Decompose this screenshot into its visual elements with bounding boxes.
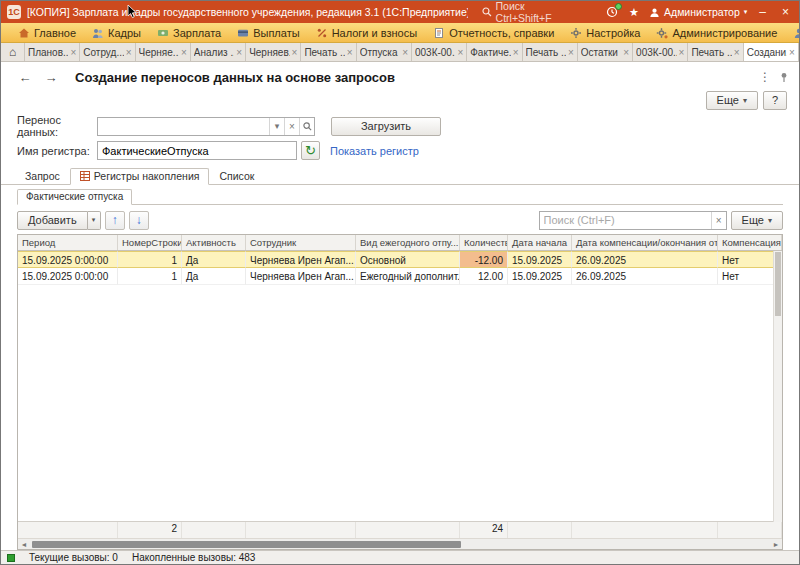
menu-item-payments[interactable]: Выплаты: [230, 23, 306, 42]
cell-period[interactable]: 15.09.2025 0:00:00: [18, 268, 118, 285]
refresh-button[interactable]: ↻: [301, 141, 320, 160]
minimize-button[interactable]: –: [755, 5, 770, 19]
menu-item-hr[interactable]: Кадры: [85, 23, 148, 42]
menu-item-reports[interactable]: Отчетность, справки: [426, 23, 561, 42]
tab-home[interactable]: ⌂: [1, 43, 25, 61]
cell-active[interactable]: Да: [182, 268, 246, 285]
col-compensation[interactable]: Компенсация: [718, 235, 782, 250]
show-register-link[interactable]: Показать регистр: [330, 145, 419, 157]
menu-item-taxes[interactable]: Налоги и взносы: [309, 23, 425, 42]
tab-003k-1[interactable]: 003К-00...×: [412, 43, 467, 61]
open-search-icon[interactable]: [299, 118, 314, 135]
close-icon[interactable]: ×: [623, 47, 629, 58]
close-icon[interactable]: ×: [734, 47, 740, 58]
col-employee[interactable]: Сотрудник: [246, 235, 356, 250]
tab-list[interactable]: Список: [209, 168, 264, 184]
close-icon[interactable]: ×: [568, 47, 574, 58]
close-icon[interactable]: ×: [679, 47, 685, 58]
global-search[interactable]: Поиск Ctrl+Shift+F: [474, 0, 591, 25]
close-icon[interactable]: ×: [347, 47, 353, 58]
menu-item-main[interactable]: Главное: [11, 23, 83, 42]
move-down-button[interactable]: ↓: [129, 211, 149, 230]
close-icon[interactable]: ×: [181, 47, 187, 58]
move-up-button[interactable]: ↑: [105, 211, 125, 230]
cell-employee[interactable]: Черняева Ирен Агап...: [246, 268, 356, 285]
user-menu[interactable]: Администратор ▾: [649, 6, 747, 18]
close-icon[interactable]: ×: [236, 47, 242, 58]
cell-quantity[interactable]: -12.00: [460, 251, 508, 268]
cell-active[interactable]: Да: [182, 251, 246, 268]
cell-quantity[interactable]: 12.00: [460, 268, 508, 285]
clear-search-icon[interactable]: ×: [711, 212, 726, 229]
table-row[interactable]: 15.09.2025 0:00:00 1 Да Черняева Ирен Аг…: [18, 251, 782, 268]
help-button[interactable]: ?: [763, 91, 787, 110]
scrollbar-thumb[interactable]: [775, 252, 781, 316]
cell-start-date[interactable]: 15.09.2025: [508, 251, 572, 268]
grid-search-input[interactable]: [540, 212, 711, 229]
col-end-date[interactable]: Дата компенсации/окончания отпуска: [572, 235, 718, 250]
menu-item-employees[interactable]: Сотрудники: [786, 23, 800, 42]
tab-chernyae[interactable]: Черняе...×: [136, 43, 191, 61]
tab-pechat-3[interactable]: Печать ...×: [688, 43, 743, 61]
col-line-number[interactable]: НомерСтроки: [118, 235, 182, 250]
close-icon[interactable]: ×: [513, 47, 519, 58]
cell-line-number[interactable]: 1: [118, 268, 182, 285]
tab-pechat-1[interactable]: Печать ...×: [301, 43, 356, 61]
close-window-button[interactable]: ×: [778, 5, 793, 19]
transfer-data-input[interactable]: [98, 118, 269, 135]
menu-item-settings[interactable]: Настройка: [563, 23, 647, 42]
tab-planov[interactable]: Планов...×: [25, 43, 80, 61]
scroll-right-icon[interactable]: ►: [770, 541, 782, 548]
load-button[interactable]: Загрузить: [331, 117, 441, 136]
tab-query[interactable]: Запрос: [15, 168, 70, 184]
tab-accumulation-registers[interactable]: Регистры накопления: [70, 168, 210, 185]
forward-button[interactable]: →: [41, 68, 61, 86]
tab-actual-vacations[interactable]: Фактические отпуска: [17, 189, 132, 205]
cell-employee[interactable]: Черняева Ирен Агап...: [246, 251, 356, 268]
add-dropdown-icon[interactable]: ▾: [88, 211, 101, 230]
tab-analiz[interactable]: Анализ ...×: [191, 43, 246, 61]
tab-ostatki[interactable]: Остатки ...×: [578, 43, 633, 61]
cell-start-date[interactable]: 15.09.2025: [508, 268, 572, 285]
close-icon[interactable]: ×: [70, 47, 76, 58]
vertical-scrollbar[interactable]: [773, 251, 782, 522]
close-icon[interactable]: ×: [457, 47, 463, 58]
col-active[interactable]: Активность: [182, 235, 246, 250]
cell-vacation-type[interactable]: Основной: [356, 251, 460, 268]
menu-item-salary[interactable]: Зарплата: [150, 23, 228, 42]
col-start-date[interactable]: Дата начала: [508, 235, 572, 250]
tab-sozdanie-active[interactable]: Создани...×: [744, 43, 799, 62]
close-icon[interactable]: ×: [789, 47, 795, 58]
cell-vacation-type[interactable]: Ежегодный дополнит...: [356, 268, 460, 285]
back-button[interactable]: ←: [15, 68, 35, 86]
register-name-input[interactable]: [98, 142, 296, 159]
more-button-top[interactable]: Еще▾: [706, 91, 758, 110]
close-icon[interactable]: ×: [402, 47, 408, 58]
clear-field-icon[interactable]: ×: [284, 118, 299, 135]
close-icon[interactable]: ×: [292, 47, 298, 58]
col-period[interactable]: Период: [18, 235, 118, 250]
tab-otpuska[interactable]: Отпуска×: [357, 43, 412, 61]
menu-item-administration[interactable]: Администрирование: [649, 23, 784, 42]
add-button[interactable]: Добавить ▾: [17, 211, 101, 230]
cell-end-date[interactable]: 26.09.2025: [572, 251, 718, 268]
horizontal-scrollbar[interactable]: ◄ ►: [18, 538, 782, 549]
pin-icon[interactable]: [779, 72, 789, 83]
table-row[interactable]: 15.09.2025 0:00:00 1 Да Черняева Ирен Аг…: [18, 268, 782, 285]
scrollbar-thumb[interactable]: [32, 541, 461, 548]
cell-end-date[interactable]: 26.09.2025: [572, 268, 718, 285]
cell-line-number[interactable]: 1: [118, 251, 182, 268]
tab-pechat-2[interactable]: Печать ...×: [523, 43, 578, 61]
kebab-menu-icon[interactable]: ⋮: [759, 70, 771, 84]
favorites-star-icon[interactable]: ★: [627, 5, 641, 19]
scroll-left-icon[interactable]: ◄: [18, 541, 30, 548]
col-vacation-type[interactable]: Вид ежегодного отпу...: [356, 235, 460, 250]
notifications-icon[interactable]: [605, 5, 619, 19]
tab-sotrud[interactable]: Сотруд...×: [80, 43, 135, 61]
more-button-grid[interactable]: Еще▾: [731, 211, 783, 230]
close-icon[interactable]: ×: [126, 47, 132, 58]
cell-period[interactable]: 15.09.2025 0:00:00: [18, 251, 118, 268]
tab-chernyaev[interactable]: Черняев...×: [246, 43, 301, 61]
dropdown-arrow-icon[interactable]: ▾: [269, 118, 284, 135]
col-quantity[interactable]: Количество: [460, 235, 508, 250]
